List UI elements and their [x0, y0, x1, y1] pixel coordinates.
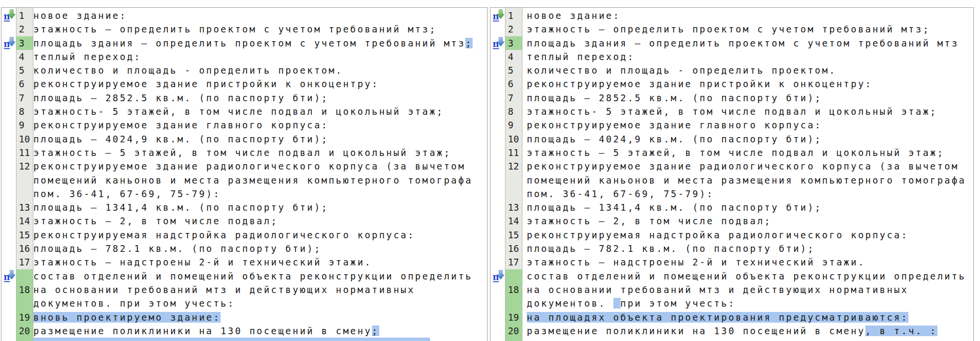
line-number-wrap	[505, 296, 522, 310]
plain-text: помещений каньонов и места размещения ко…	[33, 175, 473, 186]
line-number: 15	[505, 228, 522, 242]
text-line[interactable]: пом. 36-41, 67-69, 75-79):	[527, 187, 973, 201]
text-line[interactable]: размещение поликлиники на 130 посещений …	[527, 324, 973, 338]
text-line[interactable]: этажность — надстроены 2-й и технический…	[527, 255, 973, 269]
plain-text: размещение поликлиники на 130 посещений …	[33, 326, 372, 336]
text-line[interactable]: на основании требований мтз и действующи…	[527, 283, 973, 296]
text-line[interactable]: этажность — определить проектом с учетом…	[527, 22, 973, 36]
text-line[interactable]: площадь — 1341,4 кв.м. (по паспорту бти)…	[527, 201, 973, 214]
plain-text: теплый переход:	[527, 51, 635, 62]
plain-text: новое здание:	[33, 10, 127, 21]
text-line[interactable]: реконструируемое здание радиологического…	[33, 159, 487, 173]
right-text-area[interactable]: новое здание:этажность — определить прое…	[522, 8, 973, 341]
text-line[interactable]: реконструируемое здание радиологического…	[527, 159, 973, 173]
diff-highlight-bar	[33, 338, 430, 341]
text-line[interactable]: площадь — 782.1 кв.м. (по паспорту бти);	[33, 242, 487, 255]
text-line[interactable]: площадь — 2852.5 кв.м. (по паспорту бти)…	[33, 91, 487, 105]
left-annotation-margin: nnn	[1, 8, 16, 341]
note-link-icon-green-arrow[interactable]: n	[3, 9, 16, 22]
text-line[interactable]: размещение поликлиники на 130 посещений …	[33, 324, 487, 338]
line-number: 5	[16, 63, 33, 77]
text-line[interactable]: состав отделений и помещений объекта рек…	[33, 269, 487, 283]
left-line-number-gutter: 1234567891011121314151617181920	[16, 8, 33, 341]
note-link-icon-blue-arrow[interactable]: n	[492, 270, 505, 283]
plain-text: площадь — 782.1 кв.м. (по паспорту бти);	[33, 243, 322, 254]
text-line[interactable]: этажность — 5 этажей, в том числе подвал…	[33, 146, 487, 159]
line-number: 2	[505, 22, 522, 36]
line-number: 12	[505, 159, 522, 173]
text-line[interactable]: помещений каньонов и места размещения ко…	[33, 173, 487, 187]
left-text-area[interactable]: новое здание:этажность — определить прое…	[33, 8, 487, 341]
note-link-icon-blue-arrow[interactable]: n	[3, 37, 16, 50]
note-link-icon-blue-arrow[interactable]: n	[3, 270, 16, 283]
plain-text: площадь — 2852.5 кв.м. (по паспорту бти)…	[33, 93, 328, 103]
line-number: 9	[16, 118, 33, 132]
plain-text: документов. при этом учесть:	[33, 298, 235, 309]
text-line[interactable]: реконструируемое здание пристройки к онк…	[33, 77, 487, 91]
line-number-wrap	[505, 338, 522, 341]
text-line[interactable]: площадь — 2852.5 кв.м. (по паспорту бти)…	[527, 91, 973, 105]
text-line[interactable]: состав отделений и помещений объекта рек…	[527, 269, 973, 283]
left-pane: nnn 1234567891011121314151617181920 ново…	[1, 7, 488, 341]
note-link-icon-green-arrow[interactable]: n	[492, 9, 505, 22]
diff-highlighted-text	[613, 298, 621, 309]
text-line[interactable]: этажность — надстроены 2-й и технический…	[33, 255, 487, 269]
plain-text: размещение поликлиники на 130 посещений …	[527, 326, 865, 336]
text-line[interactable]: площадь — 1341,4 кв.м. (по паспорту бти)…	[33, 201, 487, 214]
text-line[interactable]: площадь — 4024,9 кв.м. (по паспорту бти)…	[33, 132, 487, 146]
text-line[interactable]: этажность- 5 этажей, в том числе подвал …	[527, 105, 973, 118]
text-line[interactable]: этажность — 2, в том числе подвал;	[33, 214, 487, 228]
text-line[interactable]	[33, 338, 487, 341]
line-number: 12	[16, 159, 33, 173]
text-line[interactable]: реконструируемая надстройка радиологичес…	[33, 228, 487, 242]
plain-text: на основании требований мтз и действующи…	[33, 284, 415, 295]
line-number-wrap	[16, 173, 33, 187]
plain-text: площадь — 782.1 кв.м. (по паспорту бти);	[527, 243, 815, 254]
plain-text: площадь здания — определить проектом с у…	[33, 38, 465, 48]
line-number: 16	[505, 242, 522, 255]
text-line[interactable]: этажность — 2, в том числе подвал;	[527, 214, 973, 228]
text-line[interactable]: количество и площадь - определить проект…	[527, 63, 973, 77]
text-line[interactable]	[527, 338, 973, 341]
text-line[interactable]: документов. при этом учесть:	[33, 296, 487, 310]
plain-text: реконструируемое здание пристройки к онк…	[527, 78, 873, 89]
text-line[interactable]: теплый переход:	[527, 50, 973, 63]
text-line[interactable]: этажность — определить проектом с учетом…	[33, 22, 487, 36]
text-line[interactable]: теплый переход:	[33, 50, 487, 63]
plain-text: теплый переход:	[33, 51, 141, 62]
line-number-wrap	[505, 187, 522, 201]
text-line[interactable]: новое здание:	[527, 9, 973, 22]
text-line[interactable]: реконструируемое здание пристройки к онк…	[527, 77, 973, 91]
text-line[interactable]: площадь — 4024,9 кв.м. (по паспорту бти)…	[527, 132, 973, 146]
text-line[interactable]: этажность- 5 этажей, в том числе подвал …	[33, 105, 487, 118]
text-line[interactable]: площадь — 782.1 кв.м. (по паспорту бти);	[527, 242, 973, 255]
text-line[interactable]: помещений каньонов и места размещения ко…	[527, 173, 973, 187]
right-pane: nnn 1234567891011121314151617181920 ново…	[490, 7, 974, 341]
svg-text:n: n	[4, 39, 10, 49]
text-line[interactable]: на основании требований мтз и действующи…	[33, 283, 487, 296]
text-line[interactable]: реконструируемая надстройка радиологичес…	[527, 228, 973, 242]
text-line[interactable]: этажность — 5 этажей, в том числе подвал…	[527, 146, 973, 159]
text-line[interactable]: новое здание:	[33, 9, 487, 22]
text-line[interactable]: реконструируемое здание главного корпуса…	[33, 118, 487, 132]
line-number-wrap	[16, 296, 33, 310]
line-number-wrap	[16, 338, 33, 341]
line-number: 2	[16, 22, 33, 36]
text-line[interactable]: пом. 36-41, 67-69, 75-79):	[33, 187, 487, 201]
plain-text: этажность — определить проектом с учетом…	[33, 24, 437, 34]
plain-text: реконструируемое здание пристройки к онк…	[33, 78, 379, 89]
text-line[interactable]: вновь проектируемо здание:	[33, 310, 487, 324]
svg-text:n: n	[493, 272, 499, 282]
line-number: 14	[505, 214, 522, 228]
text-line[interactable]: на площадях объекта проектирования преду…	[527, 310, 973, 324]
diff-highlighted-text: ;	[465, 38, 473, 48]
line-number: 19	[16, 310, 33, 324]
text-line[interactable]: реконструируемое здание главного корпуса…	[527, 118, 973, 132]
note-link-icon-blue-arrow[interactable]: n	[492, 37, 505, 50]
text-line[interactable]: количество и площадь - определить проект…	[33, 63, 487, 77]
plain-text: площадь здания — определить проектом с у…	[527, 38, 959, 48]
text-line[interactable]: площадь здания — определить проектом с у…	[33, 36, 487, 50]
line-number: 18	[16, 283, 33, 296]
text-line[interactable]: площадь здания — определить проектом с у…	[527, 36, 973, 50]
text-line[interactable]: документов. при этом учесть:	[527, 296, 973, 310]
